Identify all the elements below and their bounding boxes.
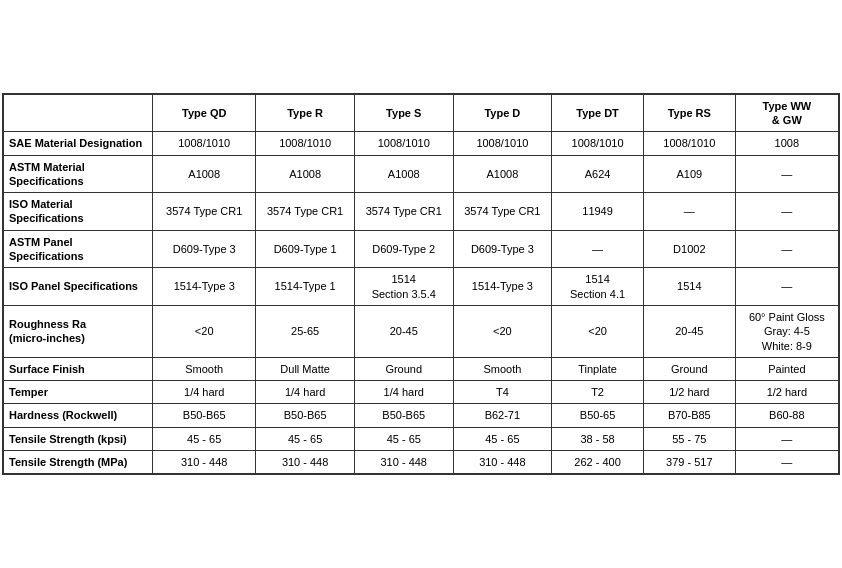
row-cell: — <box>735 268 838 306</box>
row-cell: Tinplate <box>552 357 644 380</box>
row-cell: A1008 <box>453 155 552 193</box>
row-label: Tensile Strength (MPa) <box>4 451 153 474</box>
row-cell: 1/2 hard <box>643 381 735 404</box>
row-cell: B50-B65 <box>256 404 355 427</box>
row-cell: 1514 <box>643 268 735 306</box>
table-row: Surface FinishSmoothDull MatteGroundSmoo… <box>4 357 839 380</box>
header-col7: Type WW& GW <box>735 94 838 132</box>
row-cell: 60° Paint GlossGray: 4-5White: 8-9 <box>735 305 838 357</box>
row-cell: B70-B85 <box>643 404 735 427</box>
row-label: SAE Material Designation <box>4 132 153 155</box>
row-cell: 45 - 65 <box>256 427 355 450</box>
row-cell: B50-B65 <box>153 404 256 427</box>
row-cell: 1514-Type 3 <box>453 268 552 306</box>
table-row: Tensile Strength (kpsi)45 - 6545 - 6545 … <box>4 427 839 450</box>
row-cell: 379 - 517 <box>643 451 735 474</box>
row-cell: <20 <box>153 305 256 357</box>
row-label: Surface Finish <box>4 357 153 380</box>
header-col5: Type DT <box>552 94 644 132</box>
main-table-wrapper: Type QD Type R Type S Type D Type DT Typ… <box>2 93 840 476</box>
row-cell: 1008/1010 <box>354 132 453 155</box>
row-label: Temper <box>4 381 153 404</box>
row-cell: 3574 Type CR1 <box>453 193 552 231</box>
row-cell: 25-65 <box>256 305 355 357</box>
table-row: SAE Material Designation1008/10101008/10… <box>4 132 839 155</box>
row-cell: D609-Type 3 <box>453 230 552 268</box>
row-cell: 310 - 448 <box>256 451 355 474</box>
row-cell: 262 - 400 <box>552 451 644 474</box>
row-cell: 1/2 hard <box>735 381 838 404</box>
header-col4: Type D <box>453 94 552 132</box>
table-row: ISO Material Specifications3574 Type CR1… <box>4 193 839 231</box>
specifications-table: Type QD Type R Type S Type D Type DT Typ… <box>3 94 839 475</box>
row-cell: 11949 <box>552 193 644 231</box>
table-row: ASTM Material SpecificationsA1008A1008A1… <box>4 155 839 193</box>
header-col0 <box>4 94 153 132</box>
row-cell: — <box>735 155 838 193</box>
row-cell: T4 <box>453 381 552 404</box>
row-cell: T2 <box>552 381 644 404</box>
row-cell: — <box>735 230 838 268</box>
row-cell: 45 - 65 <box>453 427 552 450</box>
header-col1: Type QD <box>153 94 256 132</box>
row-cell: 1008/1010 <box>453 132 552 155</box>
row-cell: Ground <box>643 357 735 380</box>
row-label: ISO Material Specifications <box>4 193 153 231</box>
row-cell: — <box>735 451 838 474</box>
row-cell: 45 - 65 <box>153 427 256 450</box>
row-cell: 310 - 448 <box>453 451 552 474</box>
row-cell: Ground <box>354 357 453 380</box>
row-cell: 1008/1010 <box>153 132 256 155</box>
table-row: Tensile Strength (MPa)310 - 448310 - 448… <box>4 451 839 474</box>
row-cell: 1/4 hard <box>256 381 355 404</box>
row-cell: Painted <box>735 357 838 380</box>
row-cell: A1008 <box>153 155 256 193</box>
row-cell: D1002 <box>643 230 735 268</box>
header-col6: Type RS <box>643 94 735 132</box>
row-cell: A1008 <box>256 155 355 193</box>
header-col3: Type S <box>354 94 453 132</box>
row-cell: A1008 <box>354 155 453 193</box>
row-cell: 3574 Type CR1 <box>153 193 256 231</box>
row-cell: — <box>735 193 838 231</box>
row-label: Roughness Ra(micro-inches) <box>4 305 153 357</box>
row-label: ASTM Material Specifications <box>4 155 153 193</box>
row-cell: D609-Type 2 <box>354 230 453 268</box>
row-cell: — <box>735 427 838 450</box>
row-cell: 1/4 hard <box>354 381 453 404</box>
row-cell: 55 - 75 <box>643 427 735 450</box>
row-cell: A624 <box>552 155 644 193</box>
row-cell: 1008/1010 <box>552 132 644 155</box>
row-cell: 1514-Type 3 <box>153 268 256 306</box>
row-cell: 1008/1010 <box>256 132 355 155</box>
row-cell: — <box>643 193 735 231</box>
table-row: ASTM Panel SpecificationsD609-Type 3D609… <box>4 230 839 268</box>
row-cell: B62-71 <box>453 404 552 427</box>
row-cell: 1514-Type 1 <box>256 268 355 306</box>
table-row: Temper1/4 hard1/4 hard1/4 hardT4T21/2 ha… <box>4 381 839 404</box>
row-cell: 1008/1010 <box>643 132 735 155</box>
table-row: ISO Panel Specifications1514-Type 31514-… <box>4 268 839 306</box>
row-cell: D609-Type 3 <box>153 230 256 268</box>
row-cell: 3574 Type CR1 <box>354 193 453 231</box>
row-cell: <20 <box>453 305 552 357</box>
row-label: Tensile Strength (kpsi) <box>4 427 153 450</box>
table-row: Roughness Ra(micro-inches)<2025-6520-45<… <box>4 305 839 357</box>
row-cell: 38 - 58 <box>552 427 644 450</box>
row-cell: 310 - 448 <box>153 451 256 474</box>
row-cell: 1/4 hard <box>153 381 256 404</box>
row-cell: 20-45 <box>643 305 735 357</box>
row-cell: 20-45 <box>354 305 453 357</box>
header-col2: Type R <box>256 94 355 132</box>
row-cell: B50-B65 <box>354 404 453 427</box>
row-cell: Dull Matte <box>256 357 355 380</box>
row-cell: 3574 Type CR1 <box>256 193 355 231</box>
row-cell: <20 <box>552 305 644 357</box>
row-label: Hardness (Rockwell) <box>4 404 153 427</box>
row-cell: 310 - 448 <box>354 451 453 474</box>
row-cell: 1514Section 3.5.4 <box>354 268 453 306</box>
row-label: ASTM Panel Specifications <box>4 230 153 268</box>
row-cell: 1514Section 4.1 <box>552 268 644 306</box>
table-row: Hardness (Rockwell)B50-B65B50-B65B50-B65… <box>4 404 839 427</box>
row-cell: B50-65 <box>552 404 644 427</box>
